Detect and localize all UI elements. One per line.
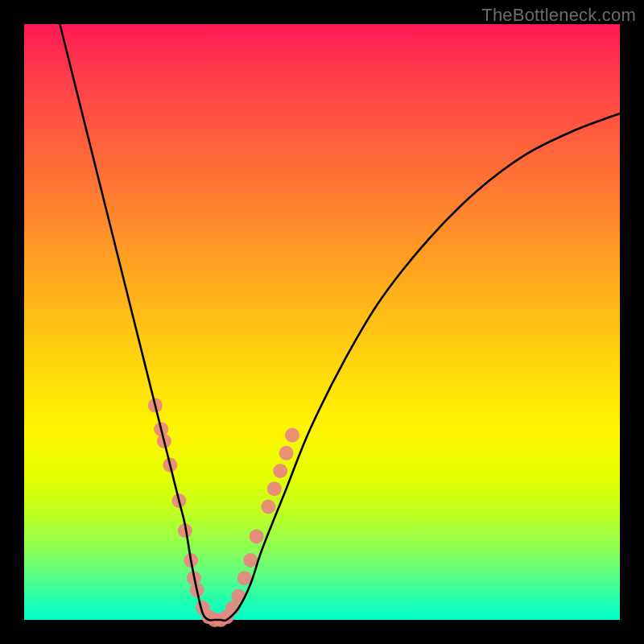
marker-dot — [279, 446, 294, 460]
marker-dot — [267, 481, 282, 496]
marker-dot — [273, 464, 287, 478]
marker-dot — [237, 571, 252, 585]
chart-frame: TheBottleneck.com — [0, 0, 644, 644]
watermark-text: TheBottleneck.com — [481, 5, 636, 26]
chart-svg — [24, 24, 620, 620]
bottleneck-curve — [60, 24, 620, 621]
marker-dot — [250, 529, 264, 543]
plot-area — [24, 24, 620, 620]
marker-dot — [285, 428, 299, 443]
marker-dot — [243, 553, 258, 568]
marker-dot — [261, 499, 275, 514]
